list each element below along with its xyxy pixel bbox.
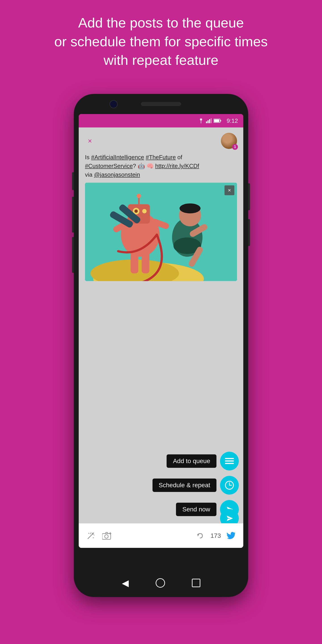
svg-rect-3	[209, 119, 210, 123]
status-icons	[198, 118, 222, 123]
add-to-queue-row: Add to queue	[166, 452, 239, 470]
phone-speaker	[141, 102, 181, 106]
home-button[interactable]	[156, 578, 165, 588]
add-media-button[interactable]	[101, 530, 113, 542]
svg-rect-6	[220, 120, 221, 122]
post-text: Is #ArtificialIntelligence #TheFuture of…	[79, 151, 243, 183]
undo-button[interactable]	[194, 530, 206, 542]
power-button	[248, 183, 250, 210]
svg-point-24	[180, 204, 200, 214]
post-link[interactable]: http://rite.ly/KCDf	[155, 162, 199, 169]
post-image	[85, 183, 237, 281]
svg-point-48	[105, 535, 108, 538]
twitter-icon	[227, 532, 236, 540]
phone-screen: 9:12 × 1 Is #ArtificialIntelligence #The…	[79, 114, 243, 548]
wifi-icon	[198, 118, 204, 123]
left-button-1	[72, 172, 74, 190]
svg-point-45	[93, 537, 94, 538]
svg-point-15	[142, 209, 147, 213]
list-icon	[225, 457, 234, 465]
svg-rect-4	[211, 118, 212, 123]
add-to-queue-button[interactable]	[220, 452, 239, 470]
left-button-2	[72, 197, 74, 232]
top-bar: × 1	[79, 128, 243, 151]
avatar-badge: 1	[232, 144, 238, 150]
svg-rect-2	[208, 120, 209, 123]
schedule-repeat-row: Schedule & repeat	[152, 476, 239, 495]
volume-button	[248, 219, 250, 246]
left-button-3	[72, 237, 74, 273]
mention-jason: @jasonjasonstein	[94, 171, 140, 178]
svg-rect-31	[225, 460, 234, 462]
svg-rect-18	[130, 251, 138, 274]
svg-rect-1	[206, 122, 207, 123]
recents-button[interactable]	[192, 579, 200, 587]
svg-point-14	[134, 210, 138, 213]
image-close-button[interactable]: ×	[224, 185, 234, 195]
svg-rect-32	[225, 463, 234, 464]
svg-rect-19	[142, 251, 149, 274]
svg-line-43	[90, 533, 90, 534]
phone-camera	[110, 100, 118, 108]
svg-point-46	[94, 535, 94, 535]
svg-rect-7	[214, 120, 219, 122]
hashtag-ai: #ArtificialIntelligence	[91, 154, 144, 160]
svg-line-38	[88, 534, 93, 539]
phone-shell: 9:12 × 1 Is #ArtificialIntelligence #The…	[74, 94, 248, 597]
status-time: 9:12	[226, 118, 238, 124]
clock-icon	[225, 480, 234, 490]
wand-icon	[86, 532, 95, 540]
svg-point-0	[200, 122, 202, 123]
add-to-queue-label[interactable]: Add to queue	[166, 454, 216, 468]
header-line2: or schedule them for specific times	[18, 32, 304, 51]
status-bar: 9:12	[79, 114, 243, 128]
close-button[interactable]: ×	[85, 136, 95, 146]
hashtag-future: #TheFuture	[146, 154, 176, 160]
svg-point-44	[88, 533, 89, 534]
phone-nav: ◀	[74, 578, 248, 588]
illustration	[85, 183, 237, 281]
app-content: × 1 Is #ArtificialIntelligence #TheFutur…	[79, 128, 243, 523]
undo-icon	[196, 532, 204, 539]
battery-icon	[214, 118, 222, 123]
header-line3: with repeat feature	[18, 51, 304, 70]
svg-point-17	[137, 194, 141, 198]
schedule-repeat-button[interactable]	[220, 476, 239, 495]
fab-send-icon	[225, 514, 234, 523]
wand-button[interactable]	[85, 530, 96, 542]
header-line1: Add the posts to the queue	[18, 14, 304, 32]
hashtag-cs: #CustomerService	[85, 162, 133, 169]
image-close-icon: ×	[228, 187, 231, 194]
camera-icon	[102, 532, 112, 540]
svg-line-42	[93, 534, 94, 534]
signal-icon	[206, 118, 212, 123]
svg-rect-30	[225, 458, 234, 459]
bottom-toolbar: 173	[79, 523, 243, 548]
action-area: Add to queue Schedule & repeat	[152, 452, 239, 519]
svg-marker-37	[227, 516, 233, 521]
avatar-container[interactable]: 1	[221, 133, 237, 149]
header-section: Add the posts to the queue or schedule t…	[0, 14, 322, 70]
send-now-label[interactable]: Send now	[176, 503, 216, 516]
back-button[interactable]: ◀	[122, 578, 129, 588]
twitter-button[interactable]	[226, 530, 237, 542]
schedule-repeat-label[interactable]: Schedule & repeat	[152, 478, 216, 492]
char-count: 173	[210, 532, 221, 539]
post-image-container: ×	[85, 183, 237, 281]
